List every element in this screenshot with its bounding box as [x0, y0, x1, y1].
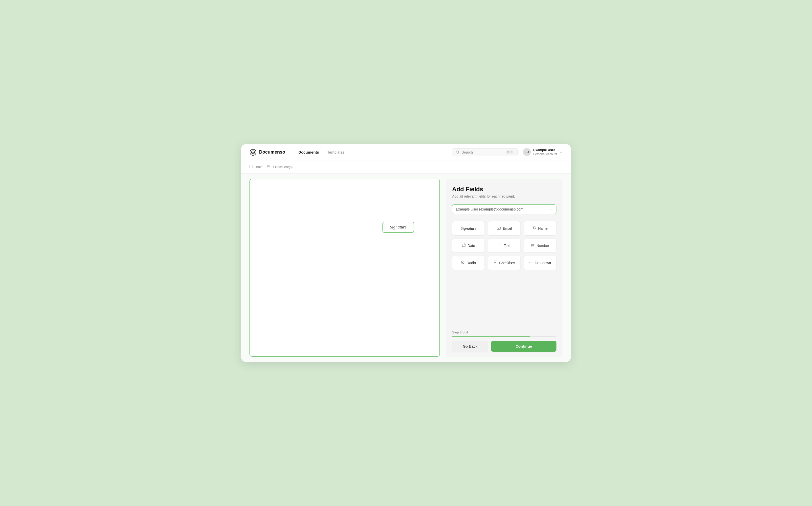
panel-subtitle: Add all relevant fields for each recipie…	[452, 194, 556, 198]
subheader: Draft 1 Recipient(s)	[242, 160, 570, 174]
logo-text: Documenso	[259, 150, 285, 155]
signature-icon: Signature	[461, 226, 476, 231]
field-btn-email[interactable]: Email	[488, 221, 521, 236]
svg-rect-8	[497, 227, 500, 230]
user-info: Example User Personal Account	[533, 148, 557, 156]
field-btn-number[interactable]: Number	[524, 239, 556, 253]
recipients-icon	[267, 165, 271, 169]
field-btn-signature[interactable]: Signature	[452, 221, 485, 236]
recipient-select-chevron-icon: ⌄	[550, 207, 553, 211]
hash-icon	[531, 243, 534, 248]
search-shortcut: ⌘+K	[506, 150, 514, 154]
radio-label: Radio	[467, 261, 476, 265]
field-btn-text[interactable]: Text	[488, 239, 521, 253]
document-inner: Signature	[250, 179, 439, 356]
field-btn-date[interactable]: Date	[452, 239, 485, 253]
svg-line-16	[532, 244, 532, 246]
field-btn-radio[interactable]: Radio	[452, 256, 485, 270]
panel-actions: Go Back Continue	[452, 341, 556, 352]
search-bar[interactable]: Search ⌘+K	[452, 148, 518, 156]
user-menu-chevron-icon: ⌄	[559, 150, 562, 154]
name-label: Name	[538, 227, 548, 231]
logo-area[interactable]: Documenso	[250, 149, 285, 156]
svg-rect-10	[462, 244, 465, 247]
draft-status: Draft	[250, 165, 262, 169]
panel-bottom: Step 3 of 4 Go Back Continue	[452, 330, 556, 352]
recipients-label: 1 Recipient(s)	[272, 165, 292, 169]
progress-bar-track	[452, 336, 556, 337]
add-fields-panel: Add Fields Add all relevant fields for e…	[446, 179, 562, 357]
recipient-select-value: Example User (example@documenso.com)	[456, 207, 525, 211]
draft-icon	[250, 165, 253, 169]
number-label: Number	[536, 244, 549, 248]
date-label: Date	[468, 244, 475, 248]
recipients-status: 1 Recipient(s)	[267, 165, 292, 169]
dropdown-icon	[529, 261, 533, 265]
svg-point-2	[253, 152, 254, 153]
header: Documenso Documents Templates Search ⌘+K…	[242, 144, 570, 160]
field-btn-name[interactable]: Name	[524, 221, 556, 236]
text-icon	[498, 243, 502, 248]
calendar-icon	[462, 243, 466, 248]
user-account: Personal Account	[533, 152, 557, 156]
documenso-logo-icon	[250, 149, 257, 156]
continue-button[interactable]: Continue	[491, 341, 556, 352]
field-btn-checkbox[interactable]: Checkbox	[488, 256, 521, 270]
recipient-select[interactable]: Example User (example@documenso.com) ⌄	[452, 204, 556, 214]
user-menu[interactable]: EU Example User Personal Account ⌄	[523, 148, 562, 156]
signature-field-label: Signature	[390, 225, 407, 230]
nav-templates[interactable]: Templates	[324, 149, 347, 156]
search-icon	[456, 150, 460, 154]
svg-rect-5	[250, 165, 253, 168]
draft-label: Draft	[255, 165, 262, 169]
panel-title: Add Fields	[452, 186, 556, 193]
step-label: Step 3 of 4	[452, 330, 556, 334]
checkbox-label: Checkbox	[499, 261, 515, 265]
user-avatar: EU	[523, 148, 531, 156]
main-content: Signature Add Fields Add all relevant fi…	[242, 174, 570, 362]
document-panel: Signature	[250, 179, 440, 357]
radio-icon	[461, 261, 465, 265]
person-icon	[533, 226, 536, 231]
signature-field-on-document[interactable]: Signature	[383, 222, 414, 233]
checkbox-icon	[494, 261, 497, 265]
svg-point-21	[462, 262, 463, 263]
svg-point-9	[533, 227, 535, 228]
field-btn-dropdown[interactable]: Dropdown	[524, 256, 556, 270]
dropdown-label: Dropdown	[535, 261, 551, 265]
text-label: Text	[504, 244, 511, 248]
main-nav: Documents Templates	[295, 149, 347, 156]
email-icon	[497, 226, 501, 231]
svg-line-4	[459, 153, 460, 154]
app-window: Documenso Documents Templates Search ⌘+K…	[242, 144, 570, 362]
nav-documents[interactable]: Documents	[295, 149, 322, 156]
email-label: Email	[503, 227, 512, 231]
search-placeholder: Search	[462, 150, 504, 154]
user-name: Example User	[533, 148, 557, 152]
progress-bar-fill	[452, 336, 530, 337]
go-back-button[interactable]: Go Back	[452, 341, 488, 352]
fields-grid: Signature Email Name	[452, 221, 556, 270]
